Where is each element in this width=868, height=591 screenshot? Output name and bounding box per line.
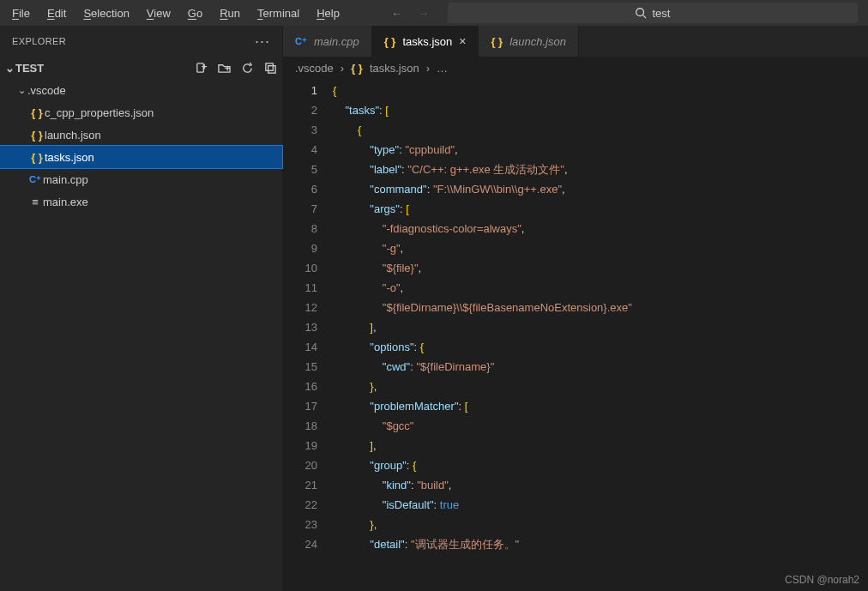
cpp-icon: C⁺: [295, 36, 307, 47]
command-center[interactable]: test: [448, 3, 858, 23]
menu-terminal[interactable]: Terminal: [250, 4, 306, 22]
search-icon: [635, 7, 647, 19]
close-icon[interactable]: ×: [459, 34, 466, 48]
json-icon: { }: [491, 35, 503, 48]
file-tree: ⌄ .vscode { } c_cpp_properties.json { } …: [0, 79, 282, 591]
explorer-more-icon[interactable]: ···: [255, 33, 270, 51]
svg-rect-8: [268, 65, 275, 72]
json-icon: { }: [384, 35, 396, 48]
menu-help[interactable]: Help: [310, 4, 347, 22]
editor-tabs: C⁺ main.cpp { } tasks.json × { } launch.…: [283, 26, 868, 57]
chevron-down-icon: ⌄: [3, 62, 15, 75]
tab-main-cpp[interactable]: C⁺ main.cpp: [283, 26, 372, 57]
svg-line-1: [643, 15, 647, 19]
svg-point-0: [636, 9, 644, 16]
refresh-icon[interactable]: [241, 62, 254, 75]
menu-go[interactable]: Go: [181, 4, 209, 22]
json-icon: { }: [29, 106, 45, 119]
chevron-right-icon: ›: [341, 62, 344, 75]
file-ccpp-properties[interactable]: { } c_cpp_properties.json: [0, 101, 282, 124]
nav-forward-icon[interactable]: →: [413, 3, 434, 23]
code-editor[interactable]: 123456789101112131415161718192021222324 …: [283, 79, 868, 591]
new-file-icon[interactable]: [195, 62, 208, 75]
nav-back-icon[interactable]: ←: [386, 3, 407, 23]
menu-edit[interactable]: Edit: [40, 4, 73, 22]
editor-area: C⁺ main.cpp { } tasks.json × { } launch.…: [283, 26, 868, 591]
exe-icon: ≡: [27, 196, 43, 208]
explorer-title: EXPLORER: [12, 36, 66, 46]
watermark: CSDN @norah2: [785, 574, 859, 586]
svg-rect-7: [266, 63, 273, 69]
file-tasks-json[interactable]: { } tasks.json: [0, 146, 282, 168]
folder-vscode[interactable]: ⌄ .vscode: [0, 79, 282, 101]
json-icon: { }: [29, 129, 45, 142]
json-icon: { }: [29, 151, 45, 164]
line-gutter: 123456789101112131415161718192021222324: [283, 79, 333, 591]
file-launch-json[interactable]: { } launch.json: [0, 124, 282, 146]
code-source[interactable]: { "tasks": [ { "type": "cppbuild", "labe…: [333, 79, 868, 591]
breadcrumbs[interactable]: .vscode › { } tasks.json › …: [283, 57, 868, 79]
tab-tasks-json[interactable]: { } tasks.json ×: [372, 26, 479, 57]
menu-view[interactable]: View: [140, 4, 178, 22]
collapse-all-icon[interactable]: [264, 62, 277, 75]
explorer-section-header[interactable]: ⌄ TEST: [0, 57, 282, 79]
menu-run[interactable]: Run: [213, 4, 247, 22]
tab-launch-json[interactable]: { } launch.json: [479, 26, 579, 57]
new-folder-icon[interactable]: [218, 62, 231, 75]
file-main-cpp[interactable]: C⁺ main.cpp: [0, 168, 282, 190]
search-text: test: [652, 7, 670, 20]
menu-selection[interactable]: Selection: [76, 4, 136, 22]
cpp-icon: C⁺: [27, 174, 43, 185]
menu-file[interactable]: File: [5, 4, 37, 22]
chevron-right-icon: ›: [426, 62, 430, 75]
menu-bar: File Edit Selection View Go Run Terminal…: [0, 0, 868, 26]
svg-rect-2: [197, 63, 204, 71]
file-main-exe[interactable]: ≡ main.exe: [0, 190, 282, 213]
explorer-sidebar: EXPLORER ··· ⌄ TEST ⌄ .vscode { } c_cpp_…: [0, 26, 283, 591]
chevron-down-icon: ⌄: [15, 85, 27, 96]
json-icon: { }: [351, 62, 363, 75]
section-name: TEST: [15, 62, 44, 75]
